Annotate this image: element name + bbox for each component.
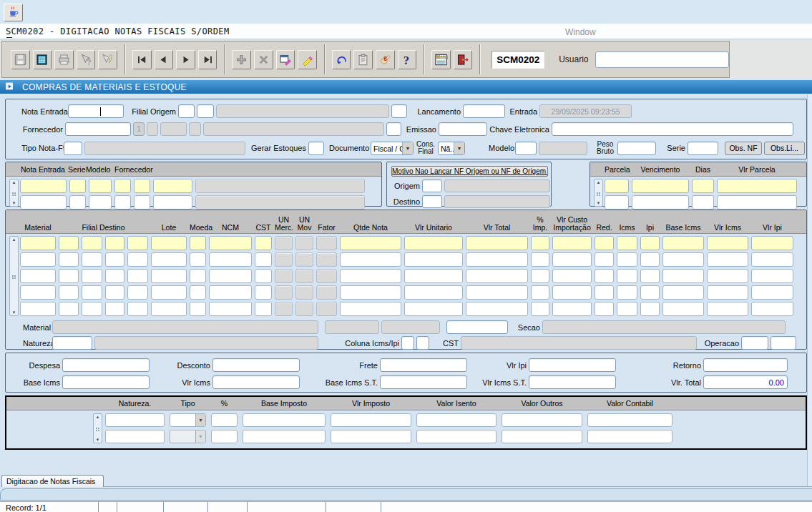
destino-input[interactable] xyxy=(422,195,442,208)
base-icms-st-input[interactable] xyxy=(380,375,467,389)
items-cell[interactable] xyxy=(751,236,793,250)
items-cell[interactable] xyxy=(82,252,102,267)
items-cell[interactable] xyxy=(404,252,463,267)
items-cell[interactable] xyxy=(640,302,660,316)
items-cell[interactable] xyxy=(552,285,592,300)
items-cell[interactable] xyxy=(255,285,272,300)
motivo-nao-lancar-button[interactable]: Motivo Nao Lancar NF Origem ou NF de Ori… xyxy=(391,166,548,177)
items-cell[interactable] xyxy=(255,269,272,283)
items-cell[interactable] xyxy=(209,285,252,300)
scroll-up-icon[interactable]: ▲ xyxy=(12,237,16,242)
items-cell[interactable] xyxy=(151,269,187,283)
items-cell[interactable] xyxy=(209,269,252,283)
modelo-input[interactable] xyxy=(515,142,537,155)
parcelas-scrollbar[interactable]: ▲▼ xyxy=(594,179,603,207)
scroll-up-icon[interactable]: ▲ xyxy=(12,180,16,184)
items-cell[interactable] xyxy=(59,269,79,283)
items-cell[interactable] xyxy=(751,269,793,283)
taxes-cell[interactable] xyxy=(211,413,238,427)
items-cell[interactable] xyxy=(209,236,252,250)
items-cell[interactable] xyxy=(340,302,401,316)
items-cell[interactable] xyxy=(552,252,592,267)
items-cell[interactable] xyxy=(552,236,592,250)
insert-record-button[interactable] xyxy=(232,50,251,69)
items-cell[interactable] xyxy=(404,269,463,283)
nf-cell[interactable] xyxy=(134,195,150,210)
delete-record-button[interactable] xyxy=(254,50,273,69)
items-cell[interactable] xyxy=(662,236,704,250)
base-icms-input[interactable] xyxy=(62,375,150,389)
items-cell[interactable] xyxy=(662,302,704,316)
scroll-down-icon[interactable]: ▼ xyxy=(96,438,100,442)
taxes-cell[interactable] xyxy=(502,413,582,427)
filial-origem-input-2[interactable] xyxy=(197,104,214,118)
parcelas-cell[interactable] xyxy=(632,195,689,210)
fornecedor-seq-button[interactable]: 1 xyxy=(133,122,145,136)
next-record-button[interactable] xyxy=(176,50,195,69)
items-cell[interactable] xyxy=(59,285,79,300)
execute-button[interactable] xyxy=(98,50,117,69)
parcelas-cell[interactable] xyxy=(632,179,689,193)
items-cell[interactable] xyxy=(20,236,56,250)
items-cell[interactable] xyxy=(404,236,463,250)
nf-scrollbar[interactable]: ▲▼ xyxy=(9,179,19,207)
nf-cell[interactable] xyxy=(89,195,112,210)
items-cell[interactable] xyxy=(595,269,614,283)
window-vertical-scrollbar[interactable] xyxy=(807,94,812,486)
items-cell[interactable] xyxy=(59,236,79,250)
items-cell[interactable] xyxy=(209,302,252,316)
items-cell[interactable] xyxy=(707,269,748,283)
items-cell[interactable] xyxy=(466,302,528,316)
execute-query-button[interactable] xyxy=(298,50,317,69)
parcelas-cell[interactable] xyxy=(605,179,629,193)
items-cell[interactable] xyxy=(466,285,528,300)
items-cell[interactable] xyxy=(20,252,56,267)
nf-cell[interactable] xyxy=(20,195,67,210)
items-cell[interactable] xyxy=(707,302,748,316)
items-cell[interactable] xyxy=(640,285,660,300)
items-cell[interactable] xyxy=(151,236,187,250)
operacao-input-2[interactable] xyxy=(771,336,796,350)
desconto-input[interactable] xyxy=(212,358,300,372)
items-cell[interactable] xyxy=(127,236,148,250)
operacao-input-1[interactable] xyxy=(741,336,768,350)
items-scrollbar[interactable]: ▲▼ xyxy=(9,236,19,316)
peso-bruto-input[interactable] xyxy=(617,142,656,155)
items-cell[interactable] xyxy=(20,269,56,283)
items-cell[interactable] xyxy=(466,252,528,267)
items-cell[interactable] xyxy=(751,285,793,300)
nf-cell[interactable] xyxy=(134,179,150,193)
show-keys-button[interactable]: 8 xyxy=(376,50,395,69)
items-cell[interactable] xyxy=(404,285,463,300)
items-cell[interactable] xyxy=(105,252,124,267)
items-cell[interactable] xyxy=(105,302,124,316)
items-cell[interactable] xyxy=(466,269,528,283)
last-record-button[interactable] xyxy=(198,50,217,69)
items-cell[interactable] xyxy=(340,285,401,300)
nf-cell[interactable] xyxy=(153,195,192,210)
tipo-nota-input[interactable] xyxy=(64,142,82,155)
items-cell[interactable] xyxy=(662,252,704,267)
items-cell[interactable] xyxy=(255,252,272,267)
scroll-up-icon[interactable]: ▲ xyxy=(96,415,100,419)
display-screen-button[interactable] xyxy=(33,50,52,69)
items-cell[interactable] xyxy=(82,302,102,316)
items-cell[interactable] xyxy=(552,302,592,316)
taxes-cell[interactable] xyxy=(502,430,582,443)
items-cell[interactable] xyxy=(617,302,637,316)
items-cell[interactable] xyxy=(751,252,793,267)
nf-cell[interactable] xyxy=(69,195,86,210)
serie-input[interactable] xyxy=(688,142,718,155)
items-cell[interactable] xyxy=(190,252,206,267)
items-cell[interactable] xyxy=(531,285,549,300)
despesa-input[interactable] xyxy=(62,358,150,372)
first-record-button[interactable] xyxy=(132,50,152,69)
items-cell[interactable] xyxy=(617,236,637,250)
previous-record-button[interactable] xyxy=(155,50,174,69)
items-cell[interactable] xyxy=(190,285,206,300)
items-cell[interactable] xyxy=(127,285,148,300)
items-cell[interactable] xyxy=(190,302,206,316)
nf-cell[interactable] xyxy=(114,179,131,193)
items-cell[interactable] xyxy=(531,302,549,316)
items-cell[interactable] xyxy=(340,252,401,267)
